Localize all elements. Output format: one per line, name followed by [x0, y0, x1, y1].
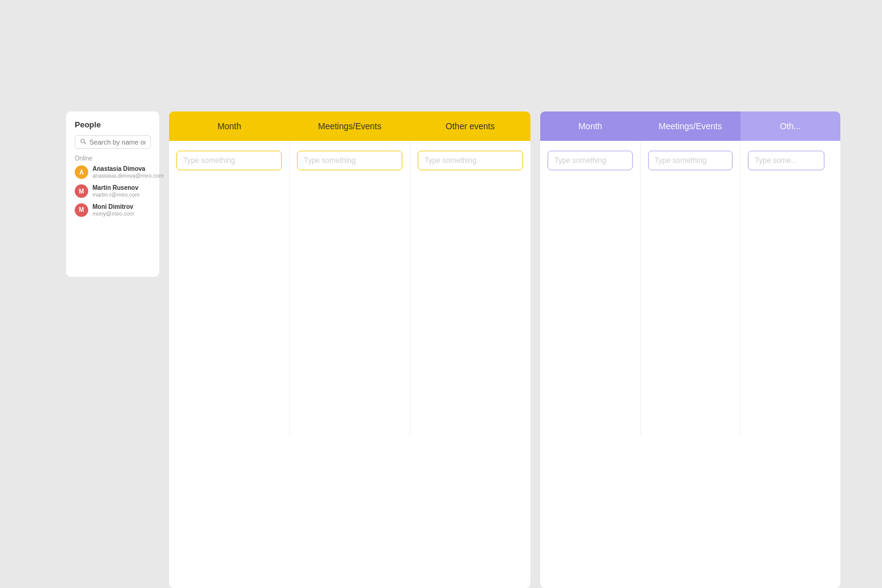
online-label: Online [75, 155, 151, 162]
search-icon [80, 138, 86, 146]
yellow-body-other [410, 141, 530, 435]
person-name-martin: Martin Rusenov [92, 184, 140, 192]
avatar-anastasia: A [75, 165, 88, 179]
yellow-header-month: Month [169, 111, 290, 141]
sidebar-title: People [75, 120, 151, 129]
person-info-anastasia: Anastasia Dimova anastasia.dimova@miro.c… [92, 165, 164, 179]
search-input[interactable] [89, 138, 145, 146]
purple-body-month [540, 141, 641, 435]
person-email-moni: mony@miro.com [92, 211, 134, 217]
purple-input-other[interactable] [748, 151, 824, 170]
search-box[interactable] [75, 135, 151, 149]
yellow-body-month [169, 141, 290, 435]
purple-input-meetings[interactable] [648, 151, 733, 170]
person-info-martin: Martin Rusenov martin.r@miro.com [92, 184, 140, 198]
person-info-moni: Moni Dimitrov mony@miro.com [92, 203, 134, 217]
purple-header-month: Month [540, 111, 640, 141]
person-item-anastasia[interactable]: A Anastasia Dimova anastasia.dimova@miro… [75, 165, 151, 179]
purple-calendar-panel: Month Meetings/Events Oth... [540, 111, 840, 588]
svg-line-1 [85, 143, 86, 145]
person-name-anastasia: Anastasia Dimova [92, 165, 164, 173]
yellow-input-other[interactable] [418, 151, 523, 170]
yellow-body-meetings [290, 141, 410, 435]
yellow-panel-header: Month Meetings/Events Other events [169, 111, 530, 141]
main-container: People Online A Anastasia Dimova anastas… [0, 0, 882, 588]
purple-panel-body [540, 141, 840, 435]
yellow-panel-body [169, 141, 530, 435]
yellow-header-meetings: Meetings/Events [290, 111, 410, 141]
purple-header-other: Oth... [741, 111, 840, 141]
avatar-martin: M [75, 184, 88, 198]
person-email-anastasia: anastasia.dimova@miro.com [92, 173, 164, 179]
purple-panel-header: Month Meetings/Events Oth... [540, 111, 840, 141]
purple-body-meetings [641, 141, 741, 435]
yellow-input-month[interactable] [176, 151, 282, 170]
person-item-martin[interactable]: M Martin Rusenov martin.r@miro.com [75, 184, 151, 198]
person-name-moni: Moni Dimitrov [92, 203, 134, 211]
purple-input-month[interactable] [548, 151, 633, 170]
avatar-moni: M [75, 203, 88, 217]
yellow-input-meetings[interactable] [297, 151, 402, 170]
yellow-header-other: Other events [410, 111, 530, 141]
people-sidebar: People Online A Anastasia Dimova anastas… [66, 111, 159, 277]
purple-header-meetings: Meetings/Events [640, 111, 740, 141]
person-item-moni[interactable]: M Moni Dimitrov mony@miro.com [75, 203, 151, 217]
yellow-calendar-panel: Month Meetings/Events Other events [169, 111, 530, 588]
person-email-martin: martin.r@miro.com [92, 192, 140, 198]
purple-body-other [741, 141, 840, 435]
